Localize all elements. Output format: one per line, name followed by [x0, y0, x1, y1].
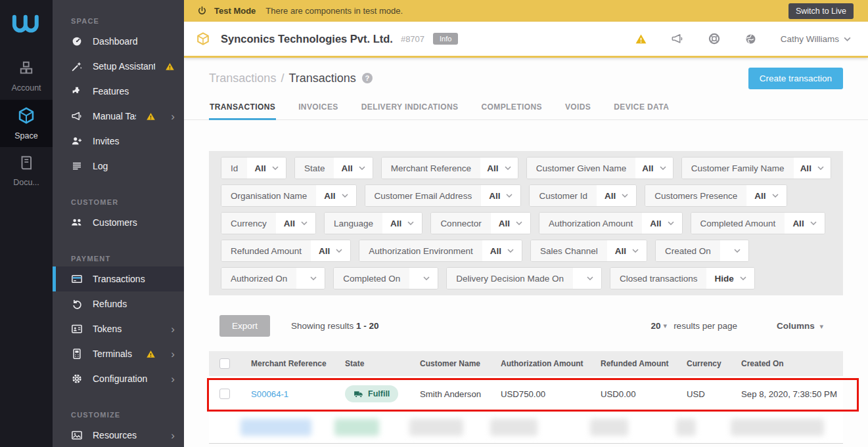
chevron-down-icon [772, 194, 779, 198]
filter-customer-id[interactable]: Customer IdAll [529, 184, 637, 207]
tab-completions[interactable]: COMPLETIONS [480, 98, 542, 120]
power-icon [197, 6, 207, 16]
sidebar-item-configuration[interactable]: Configuration › [53, 366, 184, 391]
rail-item-docs[interactable]: Docu... [0, 147, 53, 194]
switch-to-live-button[interactable]: Switch to Live [788, 3, 854, 19]
app-header: Synconics Technologies Pvt. Ltd. #8707 I… [184, 22, 868, 58]
filter-language[interactable]: LanguageAll [324, 212, 423, 234]
sidebar-item-manual-tasks[interactable]: Manual Tasks › [53, 104, 184, 129]
columns-button[interactable]: Columns ▾ [777, 321, 823, 331]
filter-state[interactable]: StateAll [294, 157, 373, 179]
header-warning-icon[interactable] [635, 33, 647, 45]
sidebar-item-label: Log [93, 161, 175, 171]
caret-down-icon: ▾ [819, 322, 823, 330]
filter-refunded-amount[interactable]: Refunded AmountAll [221, 240, 351, 262]
merchant-reference-link[interactable]: S00064-1 [251, 389, 288, 399]
user-name: Cathy Williams [781, 34, 839, 44]
sidebar-item-setup-assistant[interactable]: Setup Assistant [53, 54, 184, 79]
filter-connector[interactable]: ConnectorAll [430, 212, 531, 234]
column-header-customer-name: Customer Name [409, 359, 490, 368]
chevron-down-icon [505, 166, 511, 170]
filter-authorization-amount[interactable]: Authorization AmountAll [539, 212, 683, 234]
brand-logo[interactable] [0, 0, 53, 53]
chevron-down-icon [506, 194, 513, 198]
filter-customer-given-name[interactable]: Customer Given NameAll [526, 157, 674, 179]
export-button[interactable]: Export [219, 315, 270, 337]
create-transaction-button[interactable]: Create transaction [748, 68, 843, 89]
breadcrumb-parent[interactable]: Transactions [209, 72, 276, 85]
chevron-down-icon [407, 221, 414, 225]
chevron-down-icon [622, 194, 628, 198]
rail-item-account[interactable]: Account [0, 53, 53, 100]
filter-merchant-reference[interactable]: Merchant ReferenceAll [381, 157, 518, 179]
help-icon[interactable]: ? [362, 73, 373, 83]
info-badge[interactable]: Info [433, 33, 458, 45]
table-row-loading [209, 412, 843, 444]
chevron-down-icon [272, 166, 279, 170]
currency-cell: USD [676, 389, 731, 399]
sidebar-item-label: Refunds [93, 299, 175, 309]
transactions-table: Merchant Reference State Customer Name A… [209, 351, 843, 444]
chevron-down-icon [810, 221, 817, 225]
user-menu[interactable]: Cathy Williams [781, 34, 851, 44]
caret-down-icon: ▾ [664, 322, 668, 330]
filter-id[interactable]: IdAll [221, 157, 286, 179]
log-lines-icon [71, 160, 83, 172]
row-checkbox[interactable] [219, 389, 230, 399]
filter-customer-family-name[interactable]: Customer Family NameAll [681, 157, 831, 179]
filter-created-on[interactable]: Created On [655, 240, 749, 262]
rail-item-label: Docu... [13, 178, 39, 187]
cube-icon [17, 106, 35, 127]
sidebar-item-tokens[interactable]: Tokens › [53, 316, 184, 341]
sidebar-item-log[interactable]: Log [53, 154, 184, 179]
filter-authorization-environment[interactable]: Authorization EnvironmentAll [359, 240, 522, 262]
chevron-right-icon: › [171, 373, 175, 385]
sidebar-item-terminals[interactable]: Terminals › [53, 341, 184, 366]
tab-transactions[interactable]: TRANSACTIONS [209, 98, 276, 120]
chevron-down-icon [301, 221, 308, 225]
sidebar-item-dashboard[interactable]: Dashboard [53, 29, 184, 54]
chevron-down-icon [359, 166, 365, 170]
chevron-right-icon: › [171, 111, 175, 122]
sidebar-item-resources[interactable]: Resources › [53, 423, 184, 447]
sidebar-item-transactions[interactable]: Transactions [53, 266, 184, 291]
tab-device-data[interactable]: DEVICE DATA [613, 98, 670, 120]
sidebar-item-customers[interactable]: Customers [53, 210, 184, 235]
filter-closed-transactions[interactable]: Closed transactionsHide [610, 267, 755, 289]
chevron-down-icon [740, 276, 746, 280]
column-header-created-on: Created On [731, 359, 843, 368]
tab-invoices[interactable]: INVOICES [298, 98, 339, 120]
filter-customers-presence[interactable]: Customers PresenceAll [645, 184, 787, 207]
rail-item-space[interactable]: Space [0, 100, 53, 147]
sidebar-item-invites[interactable]: Invites [53, 129, 184, 154]
warning-icon [146, 349, 156, 359]
banner-message: There are components in test mode. [265, 6, 403, 16]
company-name: Synconics Technologies Pvt. Ltd. [221, 33, 393, 45]
filter-customer-email-address[interactable]: Customer Email AddressAll [365, 184, 522, 207]
sidebar-item-features[interactable]: Features [53, 79, 184, 104]
results-per-page-select[interactable]: 20 [651, 321, 661, 331]
chevron-down-icon [516, 221, 522, 225]
sidebar-item-refunds[interactable]: Refunds [53, 291, 184, 316]
sidebar-item-label: Transactions [93, 274, 175, 284]
filter-authorized-on[interactable]: Authorized On [221, 267, 325, 289]
announcements-megaphone-icon[interactable] [671, 32, 684, 45]
filter-organisation-name[interactable]: Organisation NameAll [221, 184, 357, 207]
filter-completed-on[interactable]: Completed On [333, 267, 438, 289]
support-lifering-icon[interactable] [708, 32, 721, 45]
filter-currency[interactable]: CurrencyAll [221, 212, 316, 234]
chevron-right-icon: › [171, 324, 175, 335]
language-globe-icon[interactable] [744, 33, 757, 45]
filter-completed-amount[interactable]: Completed AmountAll [691, 212, 825, 234]
tab-delivery-indications[interactable]: DELIVERY INDICATIONS [361, 98, 459, 120]
warning-icon [165, 62, 175, 72]
select-all-checkbox[interactable] [219, 358, 230, 369]
column-header-merchant-reference: Merchant Reference [240, 359, 334, 368]
filter-sales-channel[interactable]: Sales ChannelAll [530, 240, 647, 262]
table-row[interactable]: S00064-1 Fulfill Smith Anderson USD750.0… [209, 376, 843, 412]
breadcrumb-separator: / [281, 72, 284, 85]
sidebar-item-label: Invites [93, 136, 175, 146]
tab-voids[interactable]: VOIDS [564, 98, 591, 120]
rail-item-label: Space [14, 131, 37, 140]
filter-delivery-decision-made-on[interactable]: Delivery Decision Made On [446, 267, 602, 289]
